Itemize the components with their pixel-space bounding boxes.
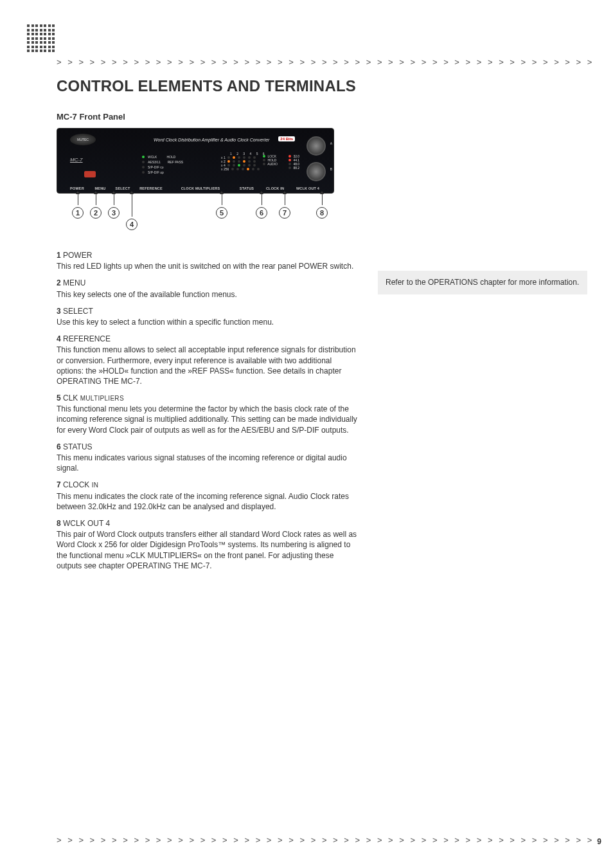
status-leds: LOCK HOLD AUDIO (262, 154, 278, 166)
left-column: MUTEC MC-7 Word Clock Distribution Ampli… (57, 128, 359, 577)
item-1: 1 POWER This red LED lights up when the … (57, 250, 359, 271)
footer-chevron-rule: > > > > > > > > > > > > > > > > > > > > … (57, 835, 594, 845)
brand-logo (27, 24, 55, 53)
item-8: 8 WCLK OUT 4 This pair of Word Clock out… (57, 518, 359, 571)
callout-5: 5 (216, 194, 227, 219)
multiplier-leds: 1 2 3 4 5 6 x 1 x 2 x 4 x 256 (221, 152, 267, 171)
clockin-leds: 32.0 44.1 48.0 88.2 (287, 154, 299, 170)
bnc-out-a (306, 136, 326, 156)
subsection-title: MC-7 Front Panel (57, 112, 587, 122)
callout-row: 1 2 3 4 5 6 7 8 (57, 194, 333, 232)
item-6: 6 STATUS This menu indicates various sig… (57, 442, 359, 474)
sidebar-note: Refer to the OPERATIONS chapter for more… (378, 271, 587, 294)
content-area: CONTROL ELEMENTS AND TERMINALS MC-7 Fron… (57, 77, 587, 577)
header-chevron-rule: > > > > > > > > > > > > > > > > > > > > … (57, 57, 594, 67)
page: > > > > > > > > > > > > > > > > > > > > … (0, 0, 613, 868)
front-panel-image: MUTEC MC-7 Word Clock Distribution Ampli… (57, 128, 334, 194)
brand-badge: MUTEC (70, 134, 96, 145)
item-4: 4 REFERENCE This function menu allows to… (57, 334, 359, 386)
panel-bottom-labels: POWER MENU SELECT REFERENCE CLOCK MULTIP… (57, 186, 333, 190)
reference-leds: WCLKHOLD AES3/11REF PASS S/P-DIF co S/P-… (141, 154, 183, 175)
item-2: 2 MENU This key selects one of the avail… (57, 278, 359, 299)
panel-script-title: Word Clock Distribution Amplifier & Audi… (154, 138, 269, 142)
item-3: 3 SELECT Use this key to select a functi… (57, 306, 359, 327)
right-column: Refer to the OPERATIONS chapter for more… (378, 128, 587, 294)
callout-2: 2 (90, 194, 102, 219)
out-label-b: B (330, 167, 332, 171)
callout-3: 3 (108, 194, 120, 219)
front-panel-figure: MUTEC MC-7 Word Clock Distribution Ampli… (57, 128, 333, 232)
callout-8: 8 (316, 194, 328, 219)
callout-1: 1 (72, 194, 84, 219)
callout-6: 6 (256, 194, 267, 219)
callout-4: 4 (126, 194, 138, 230)
page-number: 9 (597, 837, 601, 846)
model-label: MC-7 (70, 157, 83, 163)
out-label-a: A (330, 141, 332, 145)
section-title: CONTROL ELEMENTS AND TERMINALS (57, 77, 587, 95)
item-7: 7 CLOCK IN This menu indicates the clock… (57, 480, 359, 512)
bits-badge: 24 Bits (278, 136, 295, 141)
item-8-body: This pair of Word Clock outputs transfer… (57, 529, 359, 571)
item-5: 5 CLK MULTIPLIERS This functional menu l… (57, 393, 359, 435)
panel-red-button (84, 171, 96, 177)
callout-7: 7 (279, 194, 290, 219)
bnc-out-b (306, 162, 326, 181)
